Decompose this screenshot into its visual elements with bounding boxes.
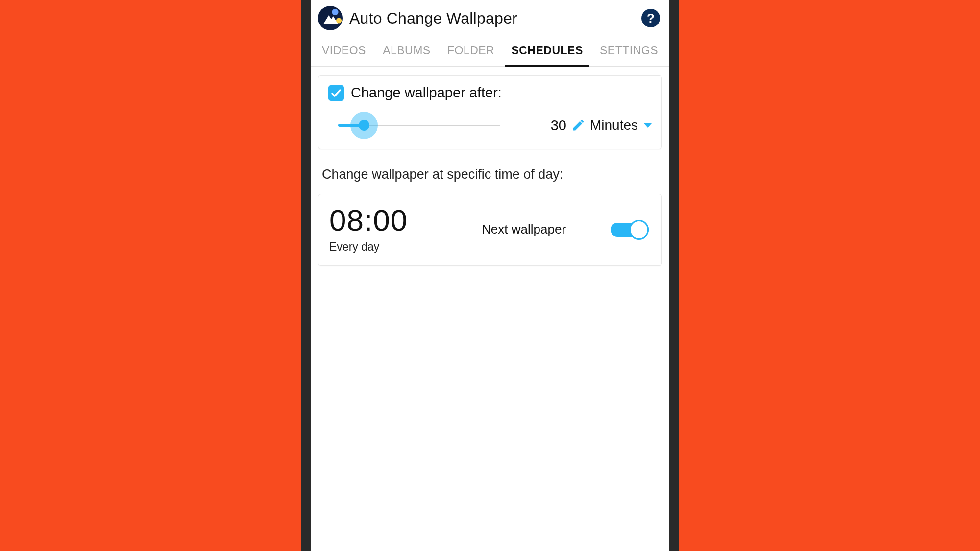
content-area: Change wallpaper after: 30 [311, 67, 669, 276]
app-screen: Auto Change Wallpaper ? VIDEOS ALBUMS FO… [311, 0, 669, 551]
tab-folder[interactable]: FOLDER [447, 35, 494, 66]
tab-albums[interactable]: ALBUMS [383, 35, 431, 66]
specific-time-heading: Change wallpaper at specific time of day… [318, 158, 662, 185]
interval-slider[interactable] [338, 116, 500, 135]
change-after-row: Change wallpaper after: [328, 85, 652, 101]
tab-settings[interactable]: SETTINGS [600, 35, 658, 66]
interval-value: 30 [551, 118, 566, 134]
change-after-checkbox[interactable] [328, 85, 344, 101]
app-header: Auto Change Wallpaper ? [311, 0, 669, 35]
time-block: 08:00 Every day [329, 205, 408, 254]
interval-value-group: 30 Minutes [551, 118, 652, 134]
schedule-time-card[interactable]: 08:00 Every day Next wallpaper [318, 194, 662, 266]
app-title: Auto Change Wallpaper [349, 9, 635, 27]
interval-slider-row: 30 Minutes [328, 116, 652, 135]
change-after-card: Change wallpaper after: 30 [318, 75, 662, 149]
svg-marker-0 [323, 15, 338, 24]
tab-videos[interactable]: VIDEOS [322, 35, 366, 66]
tab-bar: VIDEOS ALBUMS FOLDER SCHEDULES SETTINGS [311, 35, 669, 67]
slider-thumb [359, 120, 369, 131]
change-after-label: Change wallpaper after: [351, 85, 502, 101]
schedule-action-label: Next wallpaper [452, 222, 566, 237]
schedule-toggle[interactable] [611, 220, 649, 240]
app-icon [318, 6, 343, 30]
toggle-thumb [629, 220, 649, 240]
schedule-repeat: Every day [329, 240, 408, 254]
device-frame: Auto Change Wallpaper ? VIDEOS ALBUMS FO… [301, 0, 679, 551]
mountain-icon [321, 9, 339, 27]
tab-schedules[interactable]: SCHEDULES [511, 35, 583, 66]
schedule-time: 08:00 [329, 205, 408, 236]
chevron-down-icon [644, 123, 652, 128]
interval-unit-label: Minutes [590, 118, 638, 133]
help-icon: ? [647, 11, 655, 26]
interval-unit-select[interactable]: Minutes [590, 118, 652, 133]
pencil-icon[interactable] [571, 119, 585, 132]
check-icon [330, 87, 342, 99]
help-button[interactable]: ? [641, 9, 660, 27]
